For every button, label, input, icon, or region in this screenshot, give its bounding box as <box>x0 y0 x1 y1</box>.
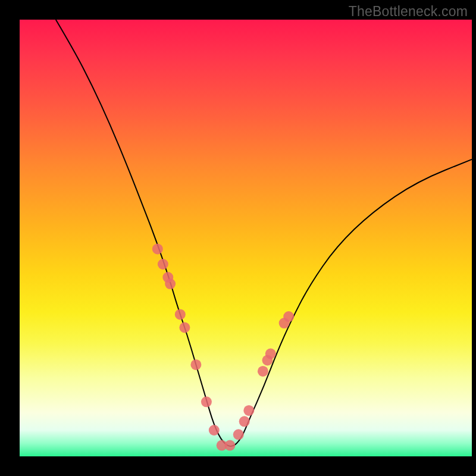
data-marker <box>152 243 163 254</box>
data-marker <box>175 309 186 320</box>
watermark-text: TheBottleneck.com <box>349 4 468 20</box>
data-marker <box>265 349 276 359</box>
plot-area <box>20 20 472 456</box>
marker-group <box>152 243 294 450</box>
chart-svg <box>20 20 472 456</box>
data-marker <box>158 259 168 270</box>
data-marker <box>239 416 250 427</box>
data-marker <box>179 322 190 333</box>
data-marker <box>190 359 201 370</box>
outer-frame: TheBottleneck.com <box>0 0 476 476</box>
data-marker <box>201 396 212 407</box>
data-marker <box>233 429 244 440</box>
data-marker <box>258 366 268 377</box>
data-marker <box>224 440 235 451</box>
bottleneck-curve <box>56 20 472 446</box>
data-marker <box>243 405 254 416</box>
data-marker <box>283 311 294 322</box>
data-marker <box>209 425 220 436</box>
data-marker <box>165 278 176 289</box>
